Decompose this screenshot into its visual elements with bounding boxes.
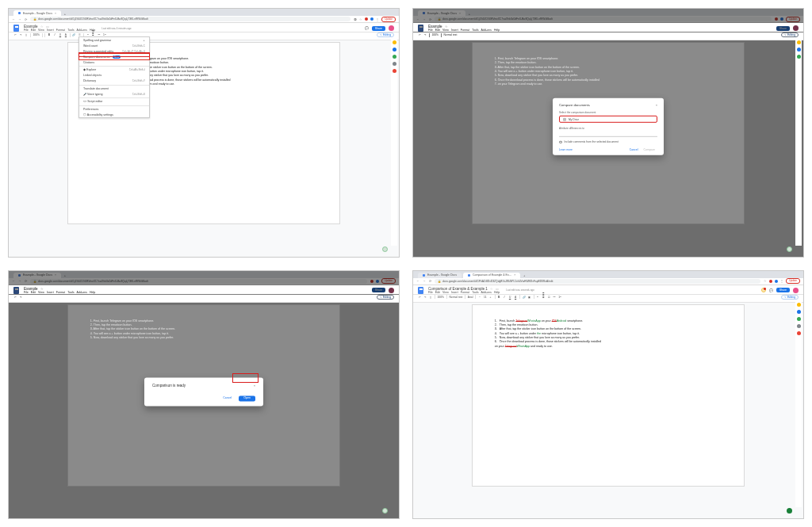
link-icon[interactable]: 🔗 <box>72 33 75 36</box>
open-button[interactable]: Open <box>239 395 255 401</box>
user-avatar-icon[interactable] <box>389 25 394 31</box>
chrome-update-button[interactable]: Update <box>381 17 396 22</box>
forward-icon[interactable]: → <box>18 279 21 283</box>
browser-tab-active[interactable]: Comparison of Example & Ex… × <box>463 273 520 278</box>
back-icon[interactable]: ← <box>12 17 15 21</box>
comment-history-icon[interactable]: 💬 <box>769 288 773 292</box>
menu-file[interactable]: File <box>428 291 433 294</box>
tools-menu-item[interactable]: Word countCtrl+Shift+C <box>79 43 149 48</box>
italic-icon[interactable]: I <box>53 33 56 36</box>
tools-menu-item[interactable]: <> Script editor <box>79 97 149 105</box>
tasks-icon[interactable] <box>797 55 801 59</box>
user-avatar-icon[interactable] <box>389 288 394 293</box>
attribute-user-field[interactable] <box>559 133 657 137</box>
text-color-icon[interactable]: A <box>514 296 517 299</box>
para-style-select[interactable]: Normal text <box>449 296 462 299</box>
tools-menu-item[interactable]: Preferences <box>79 105 149 113</box>
google-docs-logo-icon[interactable] <box>13 287 19 294</box>
reload-icon[interactable]: ⟳ <box>429 17 431 21</box>
undo-icon[interactable]: ↶ <box>13 33 17 36</box>
extension-icon[interactable] <box>365 17 368 21</box>
italic-icon[interactable]: I <box>503 296 506 299</box>
bookmark-star-icon[interactable]: ☆ <box>764 279 767 283</box>
tools-menu-item[interactable]: Spelling and grammar▸ <box>79 37 149 43</box>
learn-more-link[interactable]: Learn more <box>559 148 573 151</box>
extension-icon[interactable] <box>370 17 373 21</box>
close-dialog-icon[interactable]: × <box>254 384 255 388</box>
text-color-icon[interactable]: A <box>64 33 67 36</box>
chrome-update-button[interactable]: Update <box>786 278 800 284</box>
close-tab-icon[interactable]: × <box>55 12 56 15</box>
menu-tools[interactable]: Tools <box>472 291 478 294</box>
font-size-field[interactable]: 11 <box>484 296 487 299</box>
tools-menu-item[interactable]: Linked objects <box>79 73 149 78</box>
font-select[interactable]: Arial <box>468 296 473 299</box>
zoom-select[interactable]: 100% <box>33 33 40 36</box>
browser-tab-background[interactable]: Example - Google Docs <box>418 273 462 278</box>
close-tab-icon[interactable]: × <box>55 273 56 277</box>
chrome-menu-icon[interactable]: ⋮ <box>376 17 379 21</box>
redo-icon[interactable]: ↷ <box>423 296 427 299</box>
menu-format[interactable]: Format <box>461 291 469 294</box>
menu-insert[interactable]: Insert <box>451 291 458 294</box>
address-bar[interactable]: 🔒 docs.google.com/document/d/1FhAZr8DvD3… <box>435 279 760 284</box>
tools-menu-item[interactable]: Translate document <box>79 85 149 92</box>
extension-icon[interactable] <box>370 280 373 283</box>
extension-icon[interactable] <box>780 17 783 21</box>
chrome-menu-icon[interactable]: ⋮ <box>780 279 783 283</box>
menu-help[interactable]: Help <box>90 29 95 32</box>
menu-view[interactable]: View <box>38 29 44 32</box>
google-docs-logo-icon[interactable] <box>418 25 423 32</box>
comparison-file-picker[interactable]: My Drive <box>559 116 657 123</box>
bold-icon[interactable]: B <box>497 296 500 299</box>
compare-button[interactable]: Compare <box>642 147 657 152</box>
browser-tab[interactable]: Example - Google Docs × <box>13 273 61 278</box>
contacts-icon[interactable] <box>393 62 396 66</box>
maps-icon[interactable] <box>797 331 801 335</box>
google-docs-logo-icon[interactable] <box>13 25 19 32</box>
number-list-icon[interactable]: 1≡ <box>558 296 561 299</box>
notification-bell-icon[interactable] <box>761 288 766 292</box>
menu-file[interactable]: File <box>24 29 29 32</box>
reload-icon[interactable]: ⟳ <box>25 17 27 21</box>
underline-icon[interactable]: U <box>59 33 62 36</box>
menu-add-ons[interactable]: Add-ons <box>481 291 492 294</box>
menu-help[interactable]: Help <box>494 291 500 294</box>
browser-tab[interactable]: Example - Google Docs × <box>418 10 465 16</box>
explore-button-icon[interactable] <box>787 508 792 514</box>
tools-menu-item[interactable]: ⬡ Accessibility settings <box>79 112 149 117</box>
link-icon[interactable]: 🔗 <box>523 296 526 299</box>
calendar-icon[interactable] <box>797 303 801 307</box>
checklist-icon[interactable]: ☑ <box>547 296 550 299</box>
menu-insert[interactable]: Insert <box>47 29 54 32</box>
menu-add-ons[interactable]: Add-ons <box>77 29 87 32</box>
browser-tab[interactable]: Example - Google Docs × <box>13 10 61 16</box>
redo-icon[interactable]: ↷ <box>19 33 22 36</box>
tools-menu-item[interactable]: Compare documentsNew <box>79 54 149 59</box>
cancel-button[interactable]: Cancel <box>220 396 234 401</box>
print-icon[interactable]: ⎙ <box>429 296 432 299</box>
bold-icon[interactable]: B <box>48 33 51 36</box>
zoom-select[interactable]: 100% <box>438 296 444 299</box>
image-icon[interactable]: ▣ <box>528 296 531 299</box>
forward-icon[interactable]: → <box>423 279 426 283</box>
tools-menu-item[interactable]: 🎤 Voice typingCtrl+Shift+S <box>79 91 149 97</box>
font-inc-icon[interactable]: + <box>489 296 492 299</box>
redo-icon[interactable]: ↷ <box>423 33 427 36</box>
include-comments-checkbox[interactable]: Include comments from the selected docum… <box>559 140 657 143</box>
print-icon[interactable]: ⎙ <box>25 33 28 36</box>
calendar-icon[interactable] <box>393 40 396 44</box>
bookmark-star-icon[interactable]: ☆ <box>359 17 362 21</box>
user-avatar-icon[interactable] <box>793 288 799 293</box>
document-page[interactable]: 1.First, launch TelegramWhatsApp on your… <box>472 304 745 487</box>
translate-icon[interactable]: ⦿ <box>354 17 357 21</box>
back-icon[interactable]: ← <box>416 279 419 283</box>
keep-icon[interactable] <box>797 48 801 52</box>
undo-icon[interactable]: ↶ <box>13 296 17 299</box>
font-dec-icon[interactable]: − <box>478 296 481 299</box>
reload-icon[interactable]: ⟳ <box>25 279 27 283</box>
share-button[interactable]: Share <box>776 26 790 31</box>
tools-menu-item[interactable]: Review suggested editsCtrl+Alt+O Ctrl+Al… <box>79 48 149 54</box>
extension-icon[interactable] <box>376 280 379 283</box>
tools-menu-item[interactable]: Citations <box>79 59 149 65</box>
